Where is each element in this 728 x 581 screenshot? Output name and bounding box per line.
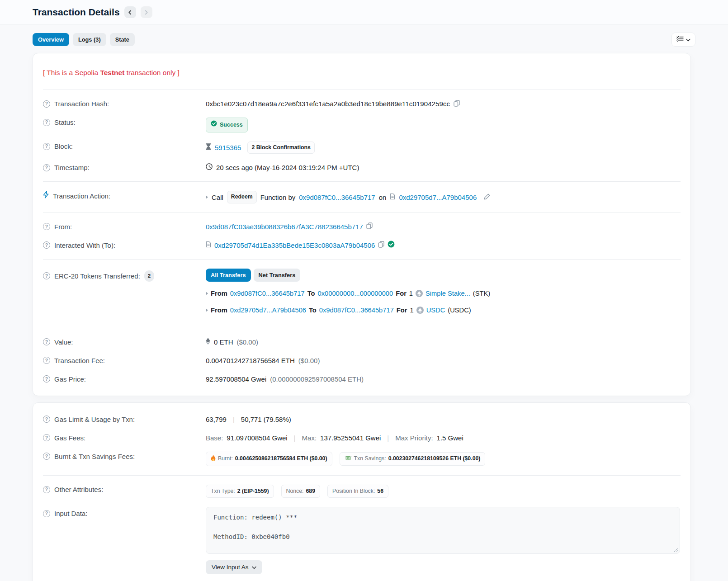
gas-price-label: Gas Price: <box>54 374 86 384</box>
input-data-row: Input Data: Function: redeem() *** Metho… <box>43 502 681 579</box>
lightning-bolt-icon <box>43 191 49 201</box>
help-icon <box>43 143 50 150</box>
gas-price-eth: (0.000000092597008504 ETH) <box>270 374 364 384</box>
erc20-transfers-label: ERC-20 Tokens Transferred: <box>54 271 140 281</box>
burnt-savings-label: Burnt & Txn Savings Fees: <box>54 452 135 461</box>
help-icon <box>43 486 50 493</box>
burnt-badge: Burnt: 0.004625086218756584 ETH ($0.00) <box>206 452 332 466</box>
other-attributes-label: Other Attributes: <box>54 485 103 494</box>
action-contract-link[interactable]: 0xd29705d7...A79b04506 <box>399 193 477 202</box>
chevron-right-icon <box>144 10 149 15</box>
txn-savings-value: 0.002302746218109526 ETH ($0.00) <box>388 455 481 462</box>
separator: | <box>291 433 298 443</box>
from-address-link[interactable]: 0x9d087fC03ae39b088326b67fA3C788236645b7… <box>206 222 363 231</box>
base-fee-label: Base: <box>206 433 223 443</box>
transfer-token-symbol: (USDC) <box>448 306 471 315</box>
page-header: Transaction Details <box>0 0 728 24</box>
warning-prefix: [ This is a Sepolia <box>43 69 100 76</box>
transfer-token-link[interactable]: USDC <box>426 306 445 315</box>
token-icon <box>416 307 424 314</box>
input-data-label: Input Data: <box>54 509 87 518</box>
burnt-savings-row: Burnt & Txn Savings Fees: Burnt: 0.00462… <box>43 447 681 471</box>
tab-logs[interactable]: Logs (3) <box>73 33 106 46</box>
copy-hash-button[interactable] <box>454 100 460 108</box>
transaction-action-label: Transaction Action: <box>53 191 110 201</box>
transfer-from-link[interactable]: 0xd29705d7...A79b04506 <box>230 306 306 315</box>
all-transfers-button[interactable]: All Transfers <box>206 269 251 282</box>
transfer-to-link[interactable]: 0x00000000...000000000 <box>318 289 393 298</box>
action-sender-link[interactable]: 0x9d087fC0...36645b717 <box>299 193 375 202</box>
copy-to-button[interactable] <box>378 241 384 249</box>
help-icon <box>43 357 50 364</box>
prev-transaction-button[interactable] <box>124 6 136 18</box>
action-method-badge[interactable]: Redeem <box>227 191 257 203</box>
help-icon <box>43 434 50 441</box>
view-input-as-button[interactable]: View Input As <box>206 560 262 574</box>
edit-action-button[interactable] <box>484 193 491 201</box>
transaction-fee-row: Transaction Fee: 0.004701242718756584 ET… <box>43 351 681 370</box>
pencil-icon <box>484 193 491 201</box>
gas-limit-value: 63,799 <box>206 415 227 424</box>
block-number-link[interactable]: 5915365 <box>215 143 241 152</box>
action-call-word: Call <box>212 193 223 202</box>
money-wings-icon <box>345 455 352 463</box>
tab-state[interactable]: State <box>110 33 135 46</box>
nonce-value: 689 <box>306 488 315 495</box>
gas-price-amount: 92.597008504 Gwei <box>206 374 266 384</box>
next-transaction-button[interactable] <box>141 6 152 18</box>
txn-type-value: 2 (EIP-1559) <box>237 488 269 495</box>
details-card: Gas Limit & Usage by Txn: 63,799 | 50,77… <box>33 402 691 581</box>
to-address-link[interactable]: 0xd29705d74d1Ea335bBede15E3c0803aA79b045… <box>214 241 375 250</box>
gas-limit-label: Gas Limit & Usage by Txn: <box>54 415 135 424</box>
separator: | <box>230 415 237 424</box>
txn-savings-badge: Txn Savings: 0.002302746218109526 ETH ($… <box>340 452 486 466</box>
chevron-down-icon <box>686 36 690 43</box>
block-label: Block: <box>54 142 73 151</box>
transfer-to-link[interactable]: 0x9d087fC0...36645b717 <box>319 306 394 315</box>
transaction-details-page: Transaction Details Overview Logs (3) St… <box>0 0 728 581</box>
help-icon <box>43 164 50 171</box>
transaction-fee-amount: 0.004701242718756584 ETH <box>206 356 295 365</box>
help-icon <box>43 416 50 423</box>
transfer-from-link[interactable]: 0x9d087fC0...36645b717 <box>230 289 305 298</box>
status-badge: Success <box>206 118 248 132</box>
file-icon <box>390 193 395 202</box>
testnet-warning-section: [ This is a Sepolia Testnet transaction … <box>43 56 681 90</box>
transfer-from-word: From <box>211 306 227 315</box>
gas-usage-value: 50,771 (79.58%) <box>241 415 291 424</box>
gas-fees-row: Gas Fees: Base: 91.097008504 Gwei | Max:… <box>43 429 681 447</box>
copy-icon <box>366 222 373 231</box>
position-in-block-value: 56 <box>377 488 383 495</box>
token-icon <box>416 290 423 297</box>
check-circle-icon <box>211 120 217 130</box>
file-icon <box>206 241 211 250</box>
nonce-badge: Nonce: 689 <box>281 485 321 498</box>
help-icon <box>43 241 50 249</box>
other-attributes-row: Other Attributes: Txn Type: 2 (EIP-1559)… <box>43 480 681 502</box>
help-icon <box>43 453 50 460</box>
net-transfers-button[interactable]: Net Transfers <box>254 269 301 282</box>
interacted-with-label: Interacted With (To): <box>54 241 115 250</box>
value-amount: 0 ETH <box>214 337 233 347</box>
transfer-token-link[interactable]: Simple Stake... <box>425 289 470 298</box>
erc20-transfers-row: ERC-20 Tokens Transferred: 2 All Transfe… <box>43 264 681 323</box>
resize-handle[interactable] <box>674 548 678 552</box>
transfer-for-word: For <box>397 306 407 315</box>
transaction-action-section: Transaction Action: Call Redeem Function… <box>43 181 681 212</box>
help-icon <box>43 223 50 230</box>
transaction-action-row: Transaction Action: Call Redeem Function… <box>43 186 681 208</box>
tab-overview[interactable]: Overview <box>33 33 69 46</box>
position-in-block-label: Position In Block: <box>332 488 375 495</box>
copy-from-button[interactable] <box>366 222 373 231</box>
transaction-fee-label: Transaction Fee: <box>54 356 105 365</box>
from-label: From: <box>54 222 72 231</box>
hourglass-icon <box>206 143 211 152</box>
page-title: Transaction Details <box>33 7 120 18</box>
input-data-textarea[interactable]: Function: redeem() *** MethodID: 0xbe040… <box>206 507 680 554</box>
copy-icon <box>378 241 384 249</box>
burnt-value: 0.004625086218756584 ETH ($0.00) <box>235 455 327 462</box>
view-input-as-label: View Input As <box>212 564 249 571</box>
txn-savings-word-label: Txn Savings: <box>354 455 386 462</box>
view-options-button[interactable] <box>671 33 695 47</box>
help-icon <box>43 272 50 279</box>
